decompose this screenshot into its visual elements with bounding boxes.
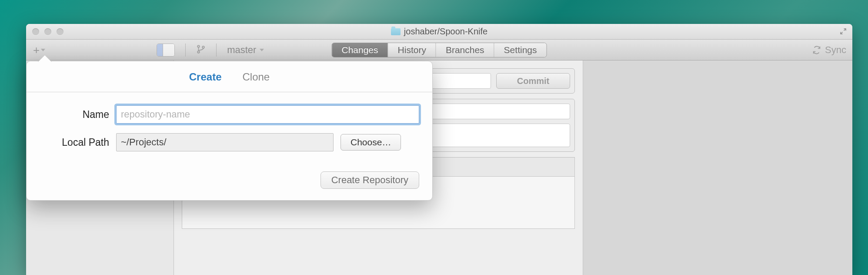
popover-tabs: Create Clone <box>27 61 432 92</box>
svg-point-1 <box>197 51 200 53</box>
svg-point-2 <box>202 46 204 48</box>
toolbar: + master Changes History B <box>26 40 852 60</box>
window-traffic-lights <box>26 28 63 35</box>
diff-panel <box>583 60 852 275</box>
tab-history[interactable]: History <box>388 43 436 57</box>
sync-label: Sync <box>825 44 846 56</box>
window-title-text: joshaber/Spoon-Knife <box>404 27 487 37</box>
tab-changes[interactable]: Changes <box>332 43 388 57</box>
sidebar-toggle-button[interactable] <box>157 44 175 57</box>
toolbar-divider <box>216 44 217 57</box>
popover-arrow <box>38 55 52 62</box>
tab-branches[interactable]: Branches <box>436 43 494 57</box>
zoom-window-button[interactable] <box>57 28 63 35</box>
titlebar: joshaber/Spoon-Knife <box>26 24 852 40</box>
chevron-down-icon <box>41 49 45 51</box>
folder-icon <box>391 28 401 35</box>
name-field-label: Name <box>40 109 109 121</box>
svg-point-0 <box>197 45 200 47</box>
window-title: joshaber/Spoon-Knife <box>26 27 852 37</box>
sync-button[interactable]: Sync <box>812 44 846 56</box>
commit-button[interactable]: Commit <box>496 73 570 89</box>
repository-name-input[interactable] <box>116 105 419 124</box>
tab-clone[interactable]: Clone <box>243 71 270 83</box>
chevron-down-icon <box>260 49 264 51</box>
branch-icon[interactable] <box>196 44 206 56</box>
popover-body: Name Local Path Choose… <box>27 92 432 171</box>
tab-create[interactable]: Create <box>189 71 222 83</box>
tab-settings[interactable]: Settings <box>494 43 547 57</box>
add-repository-popover: Create Clone Name Local Path Choose… Cre… <box>26 61 433 201</box>
branch-name: master <box>227 44 256 56</box>
local-path-input[interactable] <box>116 133 334 151</box>
branch-selector[interactable]: master <box>227 44 264 56</box>
close-window-button[interactable] <box>32 28 39 35</box>
choose-path-button[interactable]: Choose… <box>341 134 401 151</box>
create-repository-button[interactable]: Create Repository <box>320 171 419 189</box>
fullscreen-icon[interactable] <box>839 27 847 37</box>
view-segmented-control: Changes History Branches Settings <box>331 43 547 57</box>
toolbar-divider <box>185 44 186 57</box>
local-path-label: Local Path <box>40 137 109 148</box>
plus-icon: + <box>33 44 40 56</box>
minimize-window-button[interactable] <box>44 28 51 35</box>
